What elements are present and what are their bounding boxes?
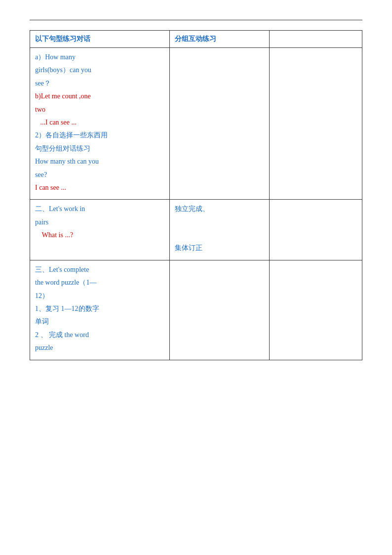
row3-line3: 12） — [35, 291, 164, 301]
row2-col2-spacer — [175, 217, 264, 228]
table-header-row: 以下句型练习对话 分组互动练习 — [30, 31, 362, 48]
row1-line10: see? — [35, 170, 164, 180]
row2-line1: 二、Let's work in — [35, 204, 164, 214]
row3-col3 — [269, 260, 362, 360]
row3-line2: the word puzzle（1— — [35, 277, 164, 288]
row2-col2-spacer2 — [175, 230, 264, 241]
row2-col3 — [269, 200, 362, 260]
table-row-1: a）How many girls(boys）can you see？ b)Let… — [30, 48, 362, 200]
row1-line3: see？ — [35, 78, 164, 89]
row2-col2: 独立完成、 集体订正 — [169, 200, 269, 260]
row1-line8: 句型分组对话练习 — [35, 143, 164, 154]
row3-col2 — [169, 260, 269, 360]
table-row-2: 二、Let's work in pairs What is ...? 独立完成、… — [30, 200, 362, 260]
row1-line5: two — [35, 104, 164, 115]
main-table-container: 以下句型练习对话 分组互动练习 a）How many girls(boys）ca… — [30, 30, 362, 360]
row1-line4: b)Let me count ,one — [35, 91, 164, 102]
header-cell-1: 以下句型练习对话 — [30, 31, 170, 48]
header-cell-3 — [269, 31, 362, 48]
row1-line7: 2）各自选择一些东西用 — [35, 130, 164, 141]
row1-col1: a）How many girls(boys）can you see？ b)Let… — [30, 48, 170, 200]
header-cell-2: 分组互动练习 — [169, 31, 269, 48]
row2-line2: pairs — [35, 217, 164, 228]
row1-line11: I can see ... — [35, 182, 164, 193]
content-table: 以下句型练习对话 分组互动练习 a）How many girls(boys）ca… — [30, 30, 362, 360]
row1-line2: girls(boys）can you — [35, 65, 164, 76]
page: 以下句型练习对话 分组互动练习 a）How many girls(boys）ca… — [0, 0, 392, 555]
table-row-3: 三、Let's complete the word puzzle（1— 12） … — [30, 260, 362, 360]
row3-line6: 2 、 完成 the word — [35, 330, 164, 341]
row1-col3 — [269, 48, 362, 200]
row1-line9: How many sth can you — [35, 156, 164, 167]
row3-col1: 三、Let's complete the word puzzle（1— 12） … — [30, 260, 170, 360]
row3-line5: 单词 — [35, 316, 164, 327]
row3-line7: puzzle — [35, 342, 164, 353]
row2-col2-line2: 集体订正 — [175, 243, 264, 254]
row2-col1: 二、Let's work in pairs What is ...? — [30, 200, 170, 260]
row2-col2-line1: 独立完成、 — [175, 204, 264, 214]
col1-header-label: 以下句型练习对话 — [35, 35, 90, 43]
row1-line1: a）How many — [35, 52, 164, 63]
row1-line6: ...I can see ... — [35, 117, 164, 128]
row3-line1: 三、Let's complete — [35, 264, 164, 275]
row3-line4: 1、复习 1—12的数字 — [35, 303, 164, 314]
col2-header-label: 分组互动练习 — [175, 35, 216, 43]
row2-line3: What is ...? — [35, 230, 164, 241]
row1-col2 — [169, 48, 269, 200]
top-divider — [30, 20, 362, 20]
